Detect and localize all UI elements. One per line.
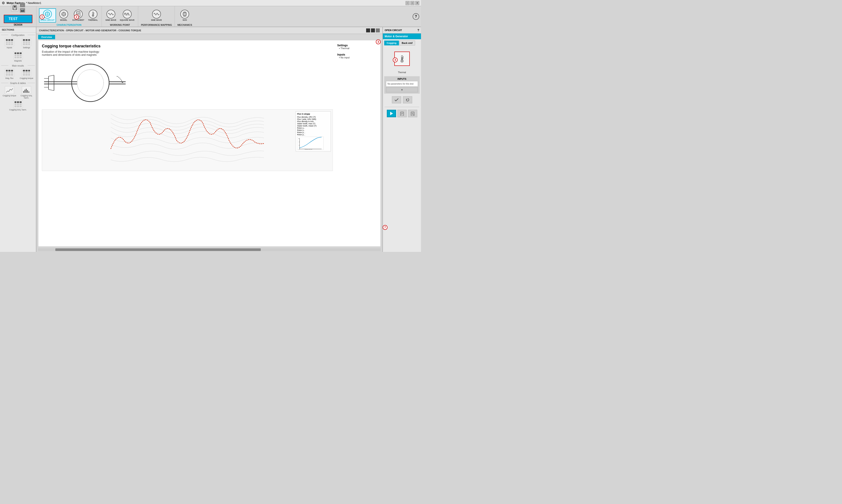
check-button[interactable]	[392, 96, 401, 103]
close-button[interactable]: ✕	[415, 1, 419, 5]
view-btn-1[interactable]	[366, 29, 370, 32]
perf-sine-wave-button[interactable]: SINE WAVE	[150, 9, 163, 22]
nvh-label: NVH	[183, 19, 187, 21]
right-panel: OPEN CIRCUIT ? Motor & Generator Cogging…	[382, 27, 421, 252]
action-buttons	[384, 96, 420, 103]
motor-generator-title: Motor & Generator	[383, 34, 421, 39]
cogging-harm2-item[interactable]: Cogging torq. harm.	[2, 100, 34, 111]
save-icon[interactable]	[11, 4, 19, 12]
mechanics-section: NVH MECHANICS	[175, 6, 195, 27]
working-point-title: WORKING POINT	[110, 23, 130, 26]
settings-title: Settings	[337, 44, 377, 47]
tabs-bar: Overview	[36, 34, 382, 40]
config-group-title: Configuration	[0, 33, 36, 37]
cogging-torque-icon	[22, 69, 31, 77]
svg-rect-19	[93, 12, 93, 15]
run-button[interactable]	[387, 110, 396, 117]
maximize-button[interactable]: □	[410, 1, 414, 5]
svg-text:-1: -1	[299, 141, 300, 143]
cogging-tab[interactable]: Cogging	[384, 40, 399, 46]
test-button[interactable]: TEST	[4, 15, 32, 23]
cogging-tabs: Cogging Back emf	[384, 40, 420, 46]
reset-button[interactable]	[403, 96, 412, 103]
inputs-value: • No input	[339, 56, 377, 59]
badge-7: 7	[383, 225, 388, 230]
export-button-2[interactable]	[408, 110, 417, 117]
sine-wave-wp-label: SINE WAVE	[105, 19, 116, 21]
svg-rect-29	[26, 89, 27, 93]
badge-2: 2	[74, 15, 79, 19]
settings-thermal: • Thermal	[339, 47, 377, 50]
svg-rect-53	[401, 57, 402, 60]
graphs-title: Graphs & tables	[0, 80, 36, 85]
run-buttons	[384, 110, 420, 117]
no-params-text: No parameters for this test	[386, 81, 418, 87]
minimize-button[interactable]: ─	[406, 1, 410, 5]
scroll-bar[interactable]	[38, 248, 381, 251]
mag-flux-icon	[5, 69, 14, 77]
svg-marker-60	[390, 112, 393, 115]
cogging-graph-item[interactable]: Cogging torque	[2, 86, 17, 99]
svg-rect-31	[29, 91, 29, 93]
mag-flux-label: Mag. flux	[5, 77, 14, 79]
help-button[interactable]: ?	[411, 6, 421, 27]
cogging-graph-icon	[5, 86, 14, 94]
inputs-section-item[interactable]: Inputs	[2, 38, 17, 49]
svg-text:0: 0	[299, 138, 299, 139]
svg-rect-1	[14, 6, 16, 7]
view-btn-2[interactable]	[371, 29, 375, 32]
characterization-title: CHARACTERIZATION	[57, 23, 82, 26]
back-emf-tab[interactable]: Back emf	[399, 40, 415, 46]
svg-text:-2: -2	[299, 145, 300, 146]
square-wave-button[interactable]: SQUARE WAVE	[119, 9, 136, 22]
svg-marker-59	[406, 98, 408, 100]
svg-rect-2	[14, 8, 16, 10]
badge-4: 4	[393, 57, 398, 62]
nvh-button[interactable]: NVH	[179, 9, 191, 22]
overview-tab[interactable]: Overview	[38, 35, 55, 39]
svg-point-25	[183, 12, 186, 16]
svg-point-41	[77, 70, 104, 96]
content-area: CHARACTERIZATION - OPEN CIRCUIT - MOTOR …	[36, 27, 382, 252]
mag-flux-item[interactable]: Mag. flux	[2, 69, 17, 79]
add-input-button[interactable]: +	[386, 87, 418, 92]
cogging-torque-item[interactable]: Cogging torque	[19, 69, 34, 79]
motor-diagram	[42, 61, 126, 105]
cogging-harm-label: Cogging torq. harm.	[19, 94, 34, 99]
settings-table-icon	[22, 38, 31, 46]
magnets-section-item[interactable]: Magnets	[2, 51, 34, 62]
right-panel-help[interactable]: ?	[417, 29, 419, 32]
right-panel-header-title: OPEN CIRCUIT	[384, 29, 402, 32]
cogging-harm2-icon	[14, 100, 23, 108]
svg-line-69	[413, 114, 414, 115]
svg-rect-27	[23, 91, 24, 93]
content-scroll[interactable]: Cogging torque characteristics Evaluatio…	[38, 40, 381, 247]
thermal-label: THERMAL	[88, 19, 98, 21]
svg-line-39	[49, 89, 54, 91]
inputs-header: INPUTS	[386, 77, 418, 80]
view-btn-3[interactable]	[376, 29, 380, 32]
cogging-graph-label: Cogging torque	[3, 94, 16, 97]
settings-section-item[interactable]: Settings	[19, 38, 34, 49]
inputs-section: INPUTS No parameters for this test +	[384, 76, 420, 94]
content-header: CHARACTERIZATION - OPEN CIRCUIT - MOTOR …	[36, 27, 382, 34]
svg-text:-3: -3	[299, 149, 300, 150]
help-icon: ?	[415, 15, 417, 19]
settings-label: Settings	[23, 47, 30, 49]
design-section: ← 📷 TEST DESIGN EXPORT	[0, 6, 36, 27]
inputs-title: Inputs	[337, 53, 377, 56]
model-label: MODEL	[60, 19, 68, 21]
thermal-container	[383, 48, 421, 69]
thermal-button[interactable]: THERMAL	[87, 9, 99, 22]
working-point-section: SINE WAVE SQUARE WAVE WORKING POINT	[102, 6, 138, 27]
arrow-back-icon[interactable]: ←	[20, 3, 25, 7]
export-button-1[interactable]	[397, 110, 407, 117]
svg-line-38	[49, 75, 54, 76]
camera-icon[interactable]: 📷	[20, 8, 25, 13]
cogging-harm-item[interactable]: Cogging torq. harm.	[19, 86, 34, 99]
performance-title: PERFORMANCE MAPPING	[141, 23, 172, 26]
sine-wave-wp-button[interactable]: SINE WAVE	[105, 9, 117, 22]
cogging-desc: Evaluation of the impact of the machine …	[42, 50, 333, 56]
cogging-title: Cogging torque characteristics	[42, 44, 333, 49]
model-button[interactable]: MODEL	[58, 9, 70, 22]
